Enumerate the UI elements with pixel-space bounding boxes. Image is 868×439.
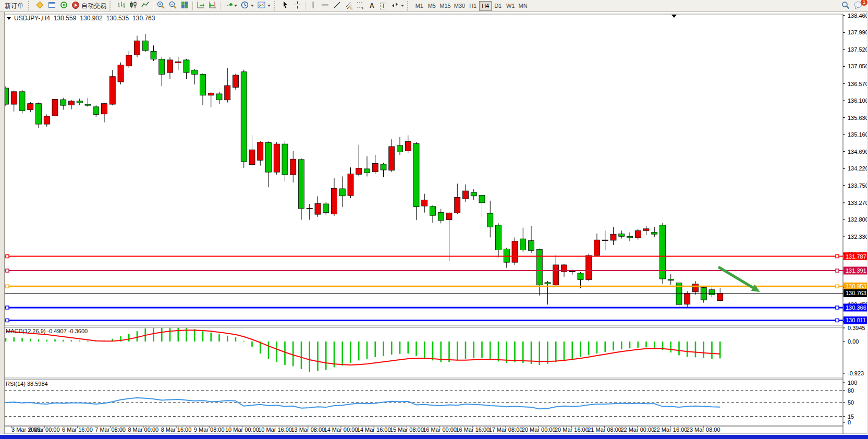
zoom-out-button[interactable]	[167, 1, 179, 11]
price-tag-label: 131.787	[846, 253, 866, 260]
candle-body	[85, 104, 91, 105]
chart-frame	[0, 14, 868, 434]
chart-shift-button[interactable]	[206, 1, 218, 11]
autotrading-icon	[71, 1, 80, 11]
toolbar-grip	[109, 1, 114, 10]
notifications-button[interactable]: 1	[852, 1, 865, 11]
chart-line-button[interactable]	[139, 1, 151, 11]
candle-body	[413, 143, 419, 206]
candle-body	[282, 144, 288, 175]
trendline-tool-button[interactable]	[331, 1, 343, 11]
candle-body	[397, 145, 403, 152]
candle-body	[332, 188, 337, 214]
date-tick-label: 20 Mar 00:00	[522, 426, 556, 433]
date-tick-label: 7 Mar 08:00	[95, 426, 126, 433]
auto-scroll-button[interactable]	[194, 1, 206, 11]
text-tool-button[interactable]: A	[366, 1, 377, 11]
navigator-button[interactable]	[58, 1, 70, 11]
window-border-left	[0, 12, 5, 434]
symbol-dropdown-icon[interactable]	[7, 17, 11, 20]
line-anchor	[836, 269, 839, 272]
chevron-down-icon	[234, 5, 237, 7]
date-tick-label: 17 Mar 08:00	[489, 426, 523, 433]
candle-body	[422, 200, 427, 206]
new-order-button[interactable]: 新订单	[2, 1, 27, 11]
candle-body	[135, 41, 140, 55]
templates-button[interactable]	[255, 1, 272, 11]
main-toolbar: 新订单 自动交易	[0, 0, 868, 12]
candle-body	[529, 241, 534, 251]
horizontal-line-tool-button[interactable]	[319, 1, 331, 11]
timeframe-m30-button[interactable]: M30	[453, 1, 467, 11]
candlestick-chart-icon	[129, 1, 138, 11]
toolbar-separator	[220, 2, 221, 10]
chart-symbol-header: USDJPY-,H4 130.559 130.902 130.535 130.7…	[7, 15, 158, 22]
chart-shift-marker[interactable]	[671, 15, 677, 18]
candle-body	[307, 208, 312, 209]
candle-body	[455, 198, 460, 213]
timeframe-m1-button[interactable]: M1	[413, 1, 425, 11]
search-button[interactable]	[839, 1, 852, 11]
timeframe-h4-button[interactable]: H4	[479, 1, 492, 11]
timeframe-h1-button[interactable]: H1	[467, 1, 479, 11]
channel-tool-button[interactable]: E	[343, 1, 354, 11]
label-tool-button[interactable]: T	[377, 1, 389, 11]
candle-body	[36, 104, 42, 124]
timeframe-m15-button[interactable]: M15	[438, 1, 452, 11]
data-window-button[interactable]	[46, 1, 58, 11]
price-tag-label: 130.763	[846, 290, 866, 296]
price-tick-label: 136.100	[848, 97, 868, 104]
line-anchor	[6, 255, 9, 258]
candle-body	[381, 164, 386, 170]
cursor-tool-button[interactable]	[279, 1, 291, 11]
candle-body	[192, 70, 198, 74]
crosshair-tool-button[interactable]	[291, 1, 303, 11]
candle-body	[372, 164, 378, 172]
toolbar-separator	[153, 2, 153, 10]
ohlc-close: 130.763	[132, 15, 155, 22]
date-tick-label: 14 Mar 16:00	[357, 426, 391, 433]
indicators-button[interactable]	[222, 1, 239, 11]
ohlc-low: 130.535	[106, 15, 129, 22]
chart-area[interactable]: 138.460137.990137.520137.050136.570136.1…	[0, 0, 868, 439]
timeframe-mn-button[interactable]: MN	[517, 1, 529, 11]
candle-body	[126, 55, 132, 66]
candle-body	[586, 255, 592, 279]
price-tick-label: 133.750	[848, 182, 868, 189]
timeframe-m5-button[interactable]: M5	[425, 1, 438, 11]
candle-body	[118, 65, 124, 82]
candle-body	[249, 150, 255, 164]
chart-candles-button[interactable]	[127, 1, 139, 11]
autotrading-button[interactable]: 自动交易	[70, 1, 108, 11]
template-icon	[257, 1, 266, 11]
price-tick-label: 138.460	[848, 13, 868, 19]
candle-body	[151, 51, 156, 59]
arrows-tool-button[interactable]	[389, 1, 406, 11]
status-bar	[0, 435, 868, 439]
horizontal-lines[interactable]: 131.787131.391130.953130.763130.366130.0…	[4, 252, 868, 324]
zoom-in-button[interactable]	[155, 1, 167, 11]
market-watch-button[interactable]	[34, 1, 46, 11]
timeframe-w1-button[interactable]: W1	[504, 1, 517, 11]
candle-body	[167, 60, 173, 72]
autotrading-label: 自动交易	[81, 2, 106, 10]
price-tick-label: 137.520	[848, 46, 868, 53]
periods-button[interactable]	[239, 1, 255, 11]
tile-windows-button[interactable]	[179, 1, 191, 11]
timeframe-d1-button[interactable]: D1	[492, 1, 504, 11]
indicators-icon	[224, 1, 233, 11]
candle-body	[93, 107, 99, 115]
candle-body	[208, 93, 214, 95]
candle-body	[274, 144, 279, 172]
candle-body	[520, 239, 526, 250]
date-tick-label: 20 Mar 16:00	[555, 426, 589, 433]
candle-body	[610, 234, 616, 240]
candle-body	[364, 169, 370, 173]
vertical-line-tool-button[interactable]	[307, 1, 319, 11]
date-tick-label: 10 Mar 00:00	[225, 426, 259, 433]
candle-body	[69, 101, 75, 105]
rsi-tick-label: 50	[848, 399, 854, 406]
macd-panel-label: MACD(12,26,9) -0.4907 -0.3600	[6, 328, 88, 334]
fibonacci-tool-button[interactable]: F	[354, 1, 366, 11]
chart-bars-button[interactable]	[115, 1, 127, 11]
